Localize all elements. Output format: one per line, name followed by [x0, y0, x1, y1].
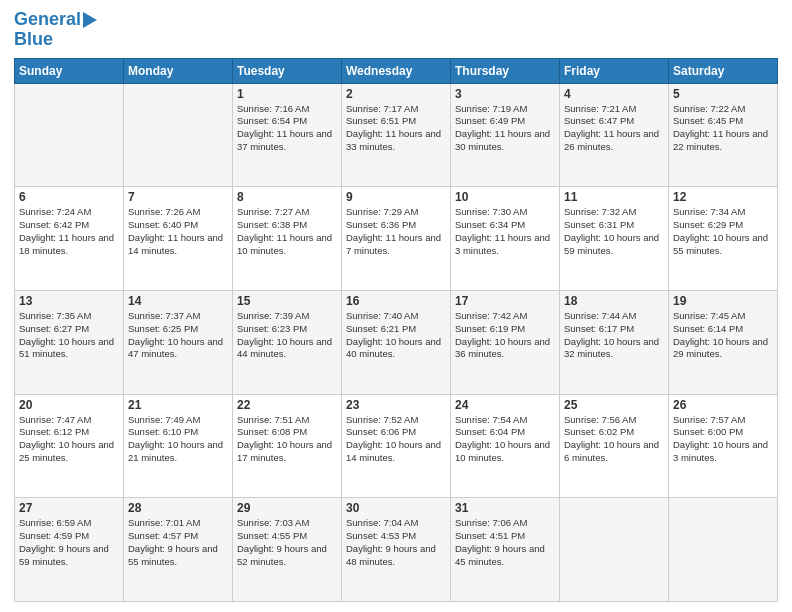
- calendar-header: SundayMondayTuesdayWednesdayThursdayFrid…: [15, 58, 778, 83]
- calendar-cell: 28Sunrise: 7:01 AM Sunset: 4:57 PM Dayli…: [124, 498, 233, 602]
- day-info: Sunrise: 7:37 AM Sunset: 6:25 PM Dayligh…: [128, 310, 228, 361]
- day-info: Sunrise: 7:54 AM Sunset: 6:04 PM Dayligh…: [455, 414, 555, 465]
- page: General Blue SundayMondayTuesdayWednesda…: [0, 0, 792, 612]
- calendar-cell: 12Sunrise: 7:34 AM Sunset: 6:29 PM Dayli…: [669, 187, 778, 291]
- day-number: 28: [128, 501, 228, 515]
- day-number: 29: [237, 501, 337, 515]
- weekday-header-wednesday: Wednesday: [342, 58, 451, 83]
- day-number: 12: [673, 190, 773, 204]
- day-number: 2: [346, 87, 446, 101]
- day-number: 24: [455, 398, 555, 412]
- calendar-cell: [15, 83, 124, 187]
- calendar-cell: 9Sunrise: 7:29 AM Sunset: 6:36 PM Daylig…: [342, 187, 451, 291]
- weekday-header-tuesday: Tuesday: [233, 58, 342, 83]
- calendar-week-1: 1Sunrise: 7:16 AM Sunset: 6:54 PM Daylig…: [15, 83, 778, 187]
- calendar-cell: 18Sunrise: 7:44 AM Sunset: 6:17 PM Dayli…: [560, 290, 669, 394]
- calendar-cell: 26Sunrise: 7:57 AM Sunset: 6:00 PM Dayli…: [669, 394, 778, 498]
- day-info: Sunrise: 7:30 AM Sunset: 6:34 PM Dayligh…: [455, 206, 555, 257]
- calendar-cell: 29Sunrise: 7:03 AM Sunset: 4:55 PM Dayli…: [233, 498, 342, 602]
- calendar-week-4: 20Sunrise: 7:47 AM Sunset: 6:12 PM Dayli…: [15, 394, 778, 498]
- day-number: 19: [673, 294, 773, 308]
- header: General Blue: [14, 10, 778, 50]
- logo: General Blue: [14, 10, 97, 50]
- weekday-row: SundayMondayTuesdayWednesdayThursdayFrid…: [15, 58, 778, 83]
- logo-general: General: [14, 9, 81, 29]
- calendar-table: SundayMondayTuesdayWednesdayThursdayFrid…: [14, 58, 778, 602]
- calendar-week-3: 13Sunrise: 7:35 AM Sunset: 6:27 PM Dayli…: [15, 290, 778, 394]
- calendar-cell: 13Sunrise: 7:35 AM Sunset: 6:27 PM Dayli…: [15, 290, 124, 394]
- calendar-cell: [669, 498, 778, 602]
- day-number: 15: [237, 294, 337, 308]
- calendar-cell: 16Sunrise: 7:40 AM Sunset: 6:21 PM Dayli…: [342, 290, 451, 394]
- day-number: 20: [19, 398, 119, 412]
- calendar-cell: [124, 83, 233, 187]
- calendar-cell: 24Sunrise: 7:54 AM Sunset: 6:04 PM Dayli…: [451, 394, 560, 498]
- day-info: Sunrise: 7:29 AM Sunset: 6:36 PM Dayligh…: [346, 206, 446, 257]
- calendar-cell: 4Sunrise: 7:21 AM Sunset: 6:47 PM Daylig…: [560, 83, 669, 187]
- calendar-cell: 19Sunrise: 7:45 AM Sunset: 6:14 PM Dayli…: [669, 290, 778, 394]
- day-info: Sunrise: 7:26 AM Sunset: 6:40 PM Dayligh…: [128, 206, 228, 257]
- day-number: 27: [19, 501, 119, 515]
- day-number: 16: [346, 294, 446, 308]
- calendar-cell: 6Sunrise: 7:24 AM Sunset: 6:42 PM Daylig…: [15, 187, 124, 291]
- day-info: Sunrise: 7:04 AM Sunset: 4:53 PM Dayligh…: [346, 517, 446, 568]
- day-info: Sunrise: 7:51 AM Sunset: 6:08 PM Dayligh…: [237, 414, 337, 465]
- day-number: 18: [564, 294, 664, 308]
- calendar-cell: 15Sunrise: 7:39 AM Sunset: 6:23 PM Dayli…: [233, 290, 342, 394]
- day-number: 4: [564, 87, 664, 101]
- day-info: Sunrise: 7:34 AM Sunset: 6:29 PM Dayligh…: [673, 206, 773, 257]
- day-number: 22: [237, 398, 337, 412]
- day-number: 14: [128, 294, 228, 308]
- day-info: Sunrise: 7:44 AM Sunset: 6:17 PM Dayligh…: [564, 310, 664, 361]
- day-number: 21: [128, 398, 228, 412]
- day-number: 31: [455, 501, 555, 515]
- calendar-cell: 7Sunrise: 7:26 AM Sunset: 6:40 PM Daylig…: [124, 187, 233, 291]
- day-info: Sunrise: 7:49 AM Sunset: 6:10 PM Dayligh…: [128, 414, 228, 465]
- day-number: 11: [564, 190, 664, 204]
- weekday-header-saturday: Saturday: [669, 58, 778, 83]
- day-number: 5: [673, 87, 773, 101]
- weekday-header-sunday: Sunday: [15, 58, 124, 83]
- day-number: 7: [128, 190, 228, 204]
- day-info: Sunrise: 7:21 AM Sunset: 6:47 PM Dayligh…: [564, 103, 664, 154]
- day-info: Sunrise: 7:35 AM Sunset: 6:27 PM Dayligh…: [19, 310, 119, 361]
- calendar-cell: 30Sunrise: 7:04 AM Sunset: 4:53 PM Dayli…: [342, 498, 451, 602]
- calendar-cell: 10Sunrise: 7:30 AM Sunset: 6:34 PM Dayli…: [451, 187, 560, 291]
- calendar-cell: 23Sunrise: 7:52 AM Sunset: 6:06 PM Dayli…: [342, 394, 451, 498]
- weekday-header-monday: Monday: [124, 58, 233, 83]
- logo-text-general: General: [14, 10, 81, 30]
- calendar-cell: 1Sunrise: 7:16 AM Sunset: 6:54 PM Daylig…: [233, 83, 342, 187]
- day-info: Sunrise: 7:45 AM Sunset: 6:14 PM Dayligh…: [673, 310, 773, 361]
- day-number: 17: [455, 294, 555, 308]
- calendar-body: 1Sunrise: 7:16 AM Sunset: 6:54 PM Daylig…: [15, 83, 778, 601]
- day-info: Sunrise: 7:39 AM Sunset: 6:23 PM Dayligh…: [237, 310, 337, 361]
- day-number: 26: [673, 398, 773, 412]
- calendar-cell: 3Sunrise: 7:19 AM Sunset: 6:49 PM Daylig…: [451, 83, 560, 187]
- day-info: Sunrise: 7:52 AM Sunset: 6:06 PM Dayligh…: [346, 414, 446, 465]
- day-info: Sunrise: 7:22 AM Sunset: 6:45 PM Dayligh…: [673, 103, 773, 154]
- calendar-cell: 20Sunrise: 7:47 AM Sunset: 6:12 PM Dayli…: [15, 394, 124, 498]
- day-info: Sunrise: 7:17 AM Sunset: 6:51 PM Dayligh…: [346, 103, 446, 154]
- calendar-cell: 27Sunrise: 6:59 AM Sunset: 4:59 PM Dayli…: [15, 498, 124, 602]
- day-info: Sunrise: 7:27 AM Sunset: 6:38 PM Dayligh…: [237, 206, 337, 257]
- day-info: Sunrise: 7:32 AM Sunset: 6:31 PM Dayligh…: [564, 206, 664, 257]
- calendar-cell: 25Sunrise: 7:56 AM Sunset: 6:02 PM Dayli…: [560, 394, 669, 498]
- calendar-cell: 21Sunrise: 7:49 AM Sunset: 6:10 PM Dayli…: [124, 394, 233, 498]
- calendar-cell: [560, 498, 669, 602]
- calendar-cell: 31Sunrise: 7:06 AM Sunset: 4:51 PM Dayli…: [451, 498, 560, 602]
- calendar-cell: 5Sunrise: 7:22 AM Sunset: 6:45 PM Daylig…: [669, 83, 778, 187]
- day-number: 1: [237, 87, 337, 101]
- weekday-header-thursday: Thursday: [451, 58, 560, 83]
- day-info: Sunrise: 7:42 AM Sunset: 6:19 PM Dayligh…: [455, 310, 555, 361]
- day-number: 23: [346, 398, 446, 412]
- day-number: 13: [19, 294, 119, 308]
- day-number: 8: [237, 190, 337, 204]
- day-info: Sunrise: 7:19 AM Sunset: 6:49 PM Dayligh…: [455, 103, 555, 154]
- day-number: 25: [564, 398, 664, 412]
- day-number: 10: [455, 190, 555, 204]
- calendar-cell: 14Sunrise: 7:37 AM Sunset: 6:25 PM Dayli…: [124, 290, 233, 394]
- day-info: Sunrise: 7:24 AM Sunset: 6:42 PM Dayligh…: [19, 206, 119, 257]
- logo-arrow-icon: [83, 12, 97, 28]
- day-info: Sunrise: 7:06 AM Sunset: 4:51 PM Dayligh…: [455, 517, 555, 568]
- logo-text-blue: Blue: [14, 30, 53, 50]
